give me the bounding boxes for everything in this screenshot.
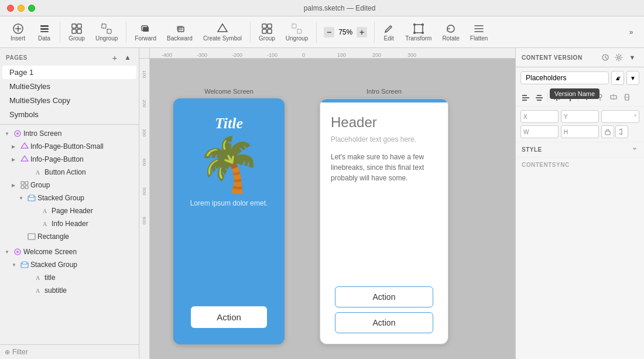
svg-rect-8 bbox=[72, 29, 76, 33]
lock-ratio-btn[interactable] bbox=[601, 125, 614, 138]
position-fields: X Y ° W H bbox=[516, 107, 644, 142]
svg-rect-52 bbox=[522, 100, 527, 101]
intro-artboard[interactable]: Header Placeholder text goes here. Let's… bbox=[320, 98, 448, 344]
backward-button[interactable]: Backward bbox=[162, 20, 197, 44]
svg-marker-30 bbox=[21, 143, 28, 148]
minimize-dot[interactable] bbox=[18, 5, 25, 12]
intro-action-button-1[interactable]: Action bbox=[335, 286, 433, 307]
welcome-title: Title bbox=[173, 98, 285, 132]
welcome-artboard-wrapper: Welcome Screen Title 🌴 Lorem ipsum dolor… bbox=[173, 88, 285, 344]
layer-title[interactable]: A title bbox=[1, 271, 138, 284]
text-icon: A bbox=[34, 167, 43, 177]
y-input[interactable] bbox=[569, 113, 596, 120]
group-icon bbox=[20, 180, 29, 190]
group2-button[interactable]: Group bbox=[254, 20, 280, 44]
maximize-dot[interactable] bbox=[28, 5, 35, 12]
ruler-vmark: 200 bbox=[142, 100, 147, 129]
zoom-increase[interactable]: + bbox=[357, 27, 367, 37]
svg-rect-71 bbox=[605, 131, 610, 135]
h-input[interactable] bbox=[569, 128, 596, 135]
layer-label: Intro Screen bbox=[23, 129, 61, 138]
svg-rect-53 bbox=[537, 95, 542, 96]
close-dot[interactable] bbox=[7, 5, 14, 12]
right-panel-settings-btn[interactable] bbox=[613, 52, 625, 63]
style-label: STYLE bbox=[522, 146, 542, 153]
intro-body: Let's make sure to have a few linebreaks… bbox=[320, 145, 448, 190]
forward-button[interactable]: Forward bbox=[130, 20, 161, 44]
create-symbol-button[interactable]: Create Symbol bbox=[198, 20, 246, 44]
layer-welcome-screen[interactable]: ▼ Welcome Screen bbox=[1, 245, 138, 258]
page-item-page1[interactable]: Page 1 bbox=[2, 66, 136, 79]
svg-point-29 bbox=[16, 132, 19, 135]
transform-button[interactable]: Transform bbox=[400, 20, 436, 44]
version-nav-down[interactable]: ▼ bbox=[626, 71, 639, 85]
layer-group[interactable]: ▶ Group bbox=[1, 179, 138, 192]
layer-stacked-group-2[interactable]: ▼ Stacked Group bbox=[1, 258, 138, 271]
ungroup-button[interactable]: Ungroup bbox=[91, 20, 122, 44]
ruler-horizontal: -400 -300 -200 -100 0 100 200 300 bbox=[139, 48, 515, 59]
ungroup-label: Ungroup bbox=[95, 35, 118, 42]
stack-icon bbox=[27, 193, 36, 203]
ruler-vmark: 300 bbox=[142, 129, 147, 158]
contentsync-label: CONTENTSYNC bbox=[522, 162, 570, 168]
svg-text:A: A bbox=[43, 221, 47, 227]
layer-info-header[interactable]: A Info Header bbox=[1, 217, 138, 230]
x-input[interactable] bbox=[529, 113, 556, 120]
layer-label: Group bbox=[30, 181, 50, 189]
page-item-multie[interactable]: MultieStyles bbox=[2, 80, 136, 93]
layer-label: Stacked Group bbox=[30, 261, 77, 269]
data-button[interactable]: Data bbox=[32, 20, 56, 44]
svg-text:A: A bbox=[36, 169, 40, 176]
svg-rect-55 bbox=[537, 100, 542, 101]
w-input[interactable] bbox=[530, 128, 556, 135]
layer-page-header[interactable]: A Page Header bbox=[1, 204, 138, 217]
ruler-mark: 100 bbox=[337, 52, 372, 58]
align-left-btn[interactable] bbox=[519, 91, 532, 104]
welcome-action-button[interactable]: Action bbox=[191, 306, 267, 328]
component-icon bbox=[13, 247, 22, 257]
layer-subtitle[interactable]: A subtitle bbox=[1, 284, 138, 297]
svg-rect-41 bbox=[28, 234, 35, 240]
layer-stacked-group[interactable]: ▼ Stacked Group bbox=[1, 192, 138, 204]
version-nav-up[interactable]: ▲ bbox=[611, 71, 624, 85]
rotate-button[interactable]: Rotate bbox=[437, 20, 464, 44]
layers-section: ▼ Intro Screen ▶ Info-Page-Button-Small … bbox=[0, 125, 139, 344]
angle-input[interactable] bbox=[604, 113, 633, 120]
welcome-artboard[interactable]: Title 🌴 Lorem ipsum dolor emet. Action bbox=[173, 98, 285, 344]
insert-button[interactable]: Insert bbox=[5, 20, 31, 44]
add-page-button[interactable]: + bbox=[109, 52, 120, 63]
right-panel-link-btn[interactable] bbox=[600, 52, 611, 63]
flip-btn[interactable] bbox=[615, 125, 628, 138]
more-button[interactable]: » bbox=[623, 24, 639, 40]
edit-button[interactable]: Edit bbox=[378, 20, 399, 44]
layer-label: Info Header bbox=[52, 220, 88, 228]
flatten-button[interactable]: Flatten bbox=[465, 20, 493, 44]
intro-action-button-2[interactable]: Action bbox=[335, 312, 433, 333]
align-center-btn[interactable] bbox=[533, 91, 546, 104]
right-panel-collapse-btn[interactable]: ▼ bbox=[626, 52, 638, 63]
page-item-multie-copy[interactable]: MultieStyles Copy bbox=[2, 94, 136, 107]
resize-v-btn[interactable] bbox=[621, 91, 633, 104]
layer-button-action[interactable]: A Button Action bbox=[1, 166, 138, 179]
ruler-mark: -200 bbox=[232, 52, 267, 58]
layer-info-button[interactable]: ▶ Info-Page-Button bbox=[1, 153, 138, 166]
group-button[interactable]: Group bbox=[64, 20, 90, 44]
angle-unit: ° bbox=[634, 114, 636, 120]
forward-label: Forward bbox=[135, 35, 156, 42]
style-expand-btn[interactable] bbox=[631, 145, 638, 154]
zoom-control: − 75% + bbox=[320, 27, 371, 37]
resize-h-btn[interactable] bbox=[607, 91, 620, 104]
right-panel-title: CONTENT VERSION bbox=[522, 54, 583, 61]
ungroup2-button[interactable]: Ungroup bbox=[281, 20, 313, 44]
collapse-pages-button[interactable]: ▲ bbox=[122, 52, 133, 63]
layer-intro-screen[interactable]: ▼ Intro Screen bbox=[1, 127, 138, 140]
layer-info-button-small[interactable]: ▶ Info-Page-Button-Small bbox=[1, 140, 138, 153]
layer-label: Rectangle bbox=[37, 233, 69, 241]
layer-rectangle[interactable]: Rectangle bbox=[1, 230, 138, 243]
version-select[interactable]: Placeholders bbox=[520, 71, 609, 84]
layer-label: Welcome Screen bbox=[23, 248, 77, 256]
welcome-body: Lorem ipsum dolor emet. bbox=[173, 199, 285, 207]
welcome-button-wrap: Action bbox=[173, 306, 285, 328]
zoom-decrease[interactable]: − bbox=[324, 27, 334, 37]
page-item-symbols[interactable]: Symbols bbox=[2, 108, 136, 121]
